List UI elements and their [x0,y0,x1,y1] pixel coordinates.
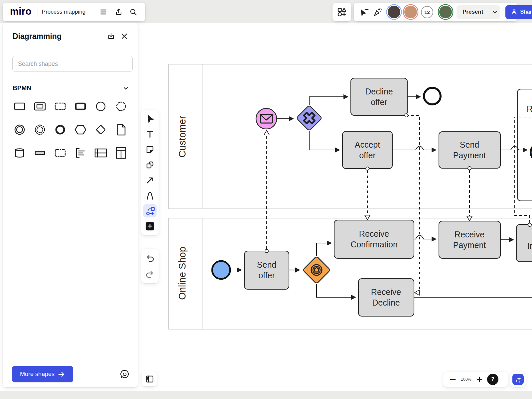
task-receive-payment[interactable]: Receive Payment [439,221,500,258]
text-icon [145,129,155,139]
apps-button[interactable] [332,3,351,21]
collaborator-avatar[interactable] [388,6,400,18]
ai-assistant-button[interactable] [512,374,524,385]
lane-label-online-shop: Online Shop [177,247,188,300]
person-icon [511,9,517,15]
bpmn-shape-grid [12,99,128,160]
plus-icon [145,221,155,231]
shape-call-activity[interactable] [73,99,88,114]
more-shapes-button[interactable]: More shapes [12,366,73,382]
miro-logo[interactable]: miro [10,6,32,17]
shape-vertical-pool[interactable] [114,146,128,160]
task-receive-confirmation[interactable]: Receive Confirmation [334,220,414,258]
zoom-out-button[interactable] [448,374,458,384]
board-title[interactable]: Process mapping [42,9,85,15]
pin-panel-button[interactable] [105,31,117,42]
svg-text:Payment: Payment [453,151,486,160]
sticky-note-tool[interactable] [143,143,157,156]
shape-document[interactable] [114,122,128,137]
bpmn-section-title: BPMN [13,84,123,92]
search-button[interactable] [127,6,140,18]
redo-button[interactable] [143,267,157,281]
main-menu-button[interactable] [97,6,110,18]
shape-end-event[interactable] [53,122,67,137]
search-icon [129,8,137,16]
end-event[interactable] [424,88,441,104]
shape-data-store[interactable] [12,146,27,160]
redo-icon [145,269,155,279]
participant-count-badge[interactable]: 12 [421,6,433,18]
shape-gateway[interactable] [93,122,108,137]
present-button[interactable]: Present [457,5,500,19]
shape-hexagon[interactable] [73,122,88,137]
message-event[interactable] [256,108,277,129]
shape-horizontal-pool[interactable] [93,146,108,160]
task-accept-offer[interactable]: Accept offer [342,131,392,169]
undo-redo-toolbar [141,249,159,283]
shape-intermediate-event-noninterrupting[interactable] [33,122,47,137]
cursor-icon [145,114,155,124]
task-right-top-partial[interactable]: R [517,89,532,201]
export-button[interactable] [112,6,125,18]
svg-text:offer: offer [371,97,387,107]
diagramming-icon [145,206,155,216]
current-user-avatar[interactable] [439,6,452,18]
shapes-icon [145,160,155,170]
text-tool[interactable] [143,128,157,141]
hamburger-icon [99,8,107,16]
task-decline-offer[interactable]: Decline offer [351,78,407,115]
task-right-bottom-partial[interactable]: In [516,224,532,262]
svg-text:Receive: Receive [371,287,401,297]
pen-tool[interactable] [143,189,157,202]
close-icon [120,32,129,41]
task-send-payment[interactable]: Send Payment [439,132,500,168]
start-event[interactable] [212,261,230,279]
zoom-in-button[interactable] [474,374,484,384]
feedback-button[interactable] [119,369,130,380]
svg-text:Decline: Decline [372,298,400,307]
select-tool[interactable] [143,112,157,126]
undo-button[interactable] [143,251,157,265]
frames-panel-button[interactable] [142,371,157,386]
collaborator-avatar[interactable] [404,6,417,18]
connection-line-tool[interactable] [143,174,157,187]
svg-text:R: R [527,104,532,113]
chevron-down-icon [123,85,129,91]
shape-group[interactable] [53,146,67,160]
diagramming-tool[interactable] [143,204,157,217]
svg-text:offer: offer [258,271,275,280]
ai-assistant-container [510,372,526,387]
creation-toolbar [141,110,159,235]
diagramming-panel: Diagramming BPMN [3,23,138,387]
add-tool[interactable] [143,219,157,233]
apps-icon [335,6,348,18]
task-receive-decline[interactable]: Receive Decline [358,279,414,316]
shape-start-event[interactable] [93,99,108,114]
hide-cursors-button[interactable] [359,5,369,19]
shape-event-subprocess[interactable] [53,99,67,114]
close-panel-button[interactable] [119,31,130,42]
share-button[interactable]: Share [505,5,532,19]
svg-text:Receive: Receive [359,229,389,238]
help-button[interactable]: ? [487,374,498,385]
svg-text:Decline: Decline [365,87,393,96]
shape-lane[interactable] [33,146,47,160]
undo-icon [145,253,155,263]
shape-event-subprocess-start[interactable] [114,99,128,114]
zoom-level[interactable]: 100% [459,377,473,382]
pen-icon [145,191,155,200]
svg-text:offer: offer [359,151,376,160]
shape-annotation[interactable] [73,146,88,160]
collapse-section-button[interactable] [123,85,129,91]
arrow-right-icon [58,371,65,377]
shapes-tool[interactable] [143,158,157,172]
minus-icon [450,376,456,383]
task-send-offer[interactable]: Send offer [244,251,289,289]
shape-task[interactable] [12,99,27,114]
svg-text:Confirmation: Confirmation [350,240,398,249]
svg-text:Payment: Payment [453,240,486,250]
shape-subprocess[interactable] [33,99,47,114]
reactions-button[interactable] [372,5,382,19]
search-shapes-input[interactable] [12,56,133,72]
shape-intermediate-event[interactable] [12,122,27,137]
